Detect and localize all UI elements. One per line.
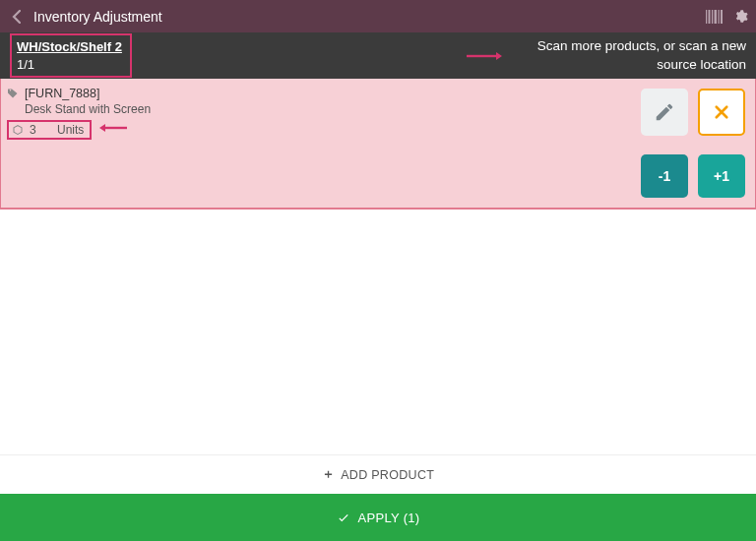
barcode-icon[interactable] [706, 10, 724, 24]
arrow-right-icon [467, 51, 502, 61]
apply-label: APPLY (1) [358, 511, 420, 525]
scan-hint: Scan more products, or scan a new source… [510, 37, 746, 73]
decrement-button[interactable]: -1 [641, 154, 688, 198]
product-card: [FURN_7888] Desk Stand with Screen 3 Uni… [0, 79, 756, 210]
location-bar: WH/Stock/Shelf 2 1/1 Scan more products,… [0, 32, 756, 79]
check-icon [337, 511, 350, 524]
plus-icon: ＋ [322, 466, 335, 483]
location-path: WH/Stock/Shelf 2 [17, 38, 122, 56]
svg-rect-0 [706, 10, 707, 24]
app-header: Inventory Adjustment [0, 0, 756, 32]
apply-button[interactable]: APPLY (1) [0, 494, 756, 541]
product-sku: [FURN_7888] [25, 87, 99, 100]
svg-rect-1 [709, 10, 711, 24]
arrow-left-icon [99, 123, 127, 133]
empty-area [0, 210, 756, 454]
tag-icon [7, 88, 19, 99]
add-product-button[interactable]: ＋ ADD PRODUCT [0, 454, 756, 494]
location-box[interactable]: WH/Stock/Shelf 2 1/1 [10, 33, 132, 78]
cancel-button[interactable] [698, 89, 745, 136]
svg-rect-5 [721, 10, 723, 24]
increment-button[interactable]: +1 [698, 154, 745, 198]
svg-rect-2 [712, 10, 713, 24]
back-icon[interactable] [8, 10, 24, 24]
svg-rect-3 [715, 10, 718, 24]
quantity-box[interactable]: 3 Units [7, 120, 92, 140]
add-product-label: ADD PRODUCT [341, 468, 434, 482]
location-count: 1/1 [17, 56, 122, 74]
quantity-uom: Units [57, 123, 84, 137]
quantity-value: 3 [30, 123, 51, 137]
product-name: Desk Stand with Screen [25, 102, 745, 116]
cube-icon [12, 124, 24, 136]
gear-icon[interactable] [733, 9, 748, 24]
page-title: Inventory Adjustment [33, 9, 162, 25]
edit-button[interactable] [641, 89, 688, 136]
svg-rect-4 [719, 10, 720, 24]
